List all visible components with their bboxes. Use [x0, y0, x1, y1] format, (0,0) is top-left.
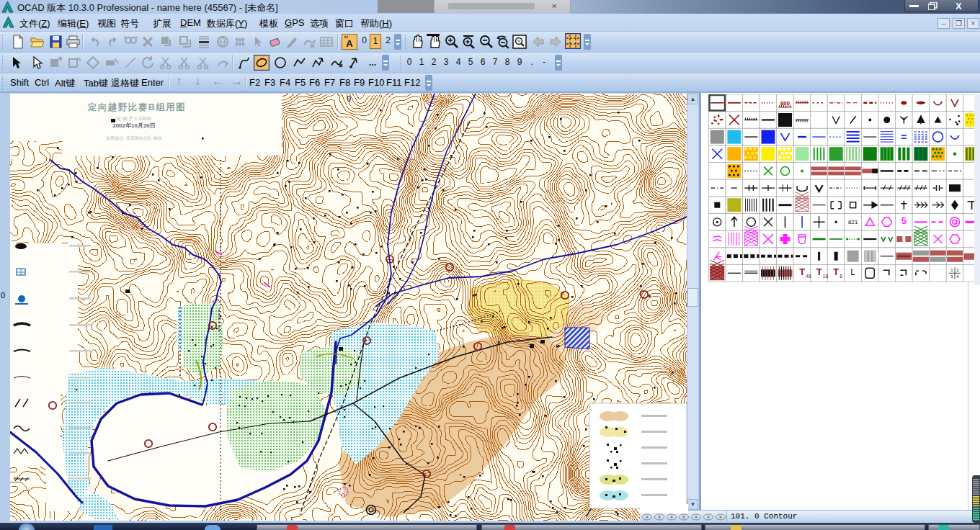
svg-text:比 例 尺 1:10000: 比 例 尺 1:10000 [117, 116, 152, 122]
svg-text:制图单位: 某某测绘大队 审核: 制图单位: 某某测绘大队 审核 [106, 135, 161, 141]
svg-text:48: 48 [806, 274, 811, 279]
svg-text:T: T [833, 266, 839, 277]
svg-text:821: 821 [848, 219, 858, 225]
svg-text:A: A [346, 38, 353, 49]
svg-text:2002年10月20日: 2002年10月20日 [112, 122, 156, 129]
svg-text:18: 18 [823, 274, 829, 279]
svg-text:8: 8 [839, 274, 842, 279]
svg-text:...: ... [369, 58, 376, 68]
svg-text:T: T [816, 266, 822, 277]
svg-text:T: T [799, 266, 805, 277]
svg-text:5: 5 [901, 215, 906, 226]
svg-text:L: L [850, 267, 855, 277]
svg-text:定向越野比赛B组用图: 定向越野比赛B组用图 [87, 102, 187, 112]
